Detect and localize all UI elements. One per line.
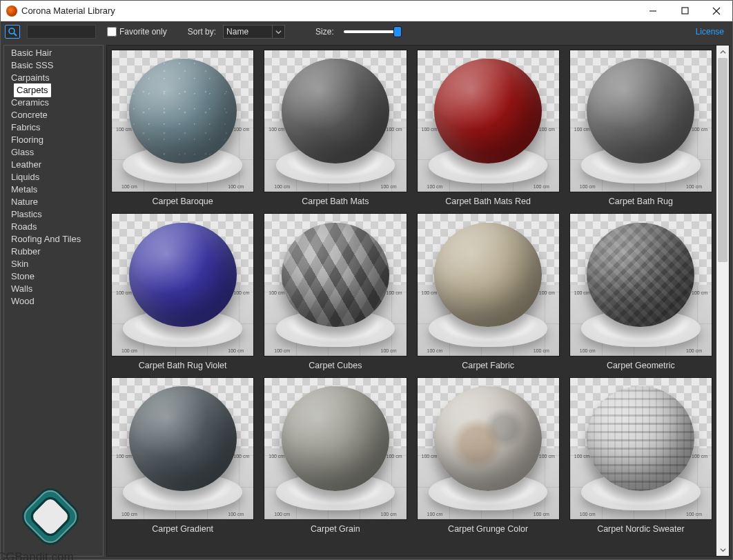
ruler-text: 100 cm: [228, 184, 244, 189]
material-thumbnail[interactable]: 100 cm100 cm100 cm100 cm: [264, 213, 407, 356]
ruler-text: 100 cm: [387, 454, 402, 459]
category-item[interactable]: Carpets: [14, 83, 51, 97]
ruler-text: 100 cm: [534, 348, 549, 353]
sort-by-label: Sort by:: [188, 27, 216, 37]
toolbar: Favorite only Sort by: Name Size: Licens…: [1, 21, 732, 42]
category-item[interactable]: Basic SSS: [4, 59, 60, 72]
svg-point-4: [9, 28, 14, 34]
material-card[interactable]: 100 cm100 cm100 cm100 cmCarpet Bath Mats: [264, 50, 407, 206]
material-grid-panel: 100 cm100 cm100 cm100 cmCarpet Baroque10…: [106, 45, 730, 557]
material-thumbnail[interactable]: 100 cm100 cm100 cm100 cm: [569, 50, 712, 192]
ruler-text: 100 cm: [121, 512, 137, 517]
category-item[interactable]: Flooring: [4, 133, 50, 147]
material-card[interactable]: 100 cm100 cm100 cm100 cmCarpet Grain: [264, 377, 407, 534]
category-item[interactable]: Carpaints: [4, 71, 57, 85]
material-thumbnail[interactable]: 100 cm100 cm100 cm100 cm: [111, 213, 254, 356]
material-name: Carpet Grain: [311, 524, 360, 534]
material-name: Carpet Bath Rug Violet: [139, 361, 227, 370]
category-item[interactable]: Concrete: [4, 108, 55, 122]
category-item[interactable]: Ceramics: [4, 96, 56, 110]
category-item[interactable]: Stone: [4, 270, 41, 283]
sort-by-value: Name: [224, 27, 272, 37]
close-button[interactable]: [701, 1, 732, 21]
search-button[interactable]: [5, 25, 20, 39]
material-card[interactable]: 100 cm100 cm100 cm100 cmCarpet Baroque: [111, 50, 254, 206]
chevron-down-icon: [272, 26, 284, 38]
maximize-button[interactable]: [669, 1, 701, 21]
category-item[interactable]: Roads: [4, 220, 44, 234]
size-slider[interactable]: [344, 27, 399, 37]
ruler-text: 100 cm: [116, 127, 132, 132]
ruler-text: 100 cm: [274, 348, 290, 353]
material-card[interactable]: 100 cm100 cm100 cm100 cmCarpet Cubes: [264, 213, 407, 370]
sort-by-select[interactable]: Name: [223, 25, 285, 39]
ruler-text: 100 cm: [534, 184, 549, 189]
ruler-text: 100 cm: [574, 127, 590, 132]
slider-thumb[interactable]: [393, 26, 402, 37]
ruler-text: 100 cm: [121, 184, 137, 189]
material-name: Carpet Bath Mats Red: [445, 197, 531, 206]
category-item[interactable]: Nature: [4, 195, 45, 209]
ruler-text: 100 cm: [228, 348, 244, 353]
license-link[interactable]: License: [696, 27, 728, 37]
minimize-button[interactable]: [637, 1, 669, 21]
ruler-text: 100 cm: [539, 127, 555, 132]
category-item[interactable]: Skin: [4, 257, 35, 271]
ruler-text: 100 cm: [427, 184, 443, 189]
category-item[interactable]: Wood: [4, 294, 41, 308]
category-item[interactable]: Walls: [4, 282, 39, 296]
material-thumbnail[interactable]: 100 cm100 cm100 cm100 cm: [569, 377, 712, 520]
ruler-text: 100 cm: [580, 184, 596, 189]
material-thumbnail[interactable]: 100 cm100 cm100 cm100 cm: [417, 213, 560, 356]
ruler-text: 100 cm: [274, 512, 290, 517]
vertical-scrollbar[interactable]: [716, 46, 729, 556]
material-thumbnail[interactable]: 100 cm100 cm100 cm100 cm: [264, 377, 407, 520]
category-item[interactable]: Metals: [4, 183, 44, 197]
ruler-text: 100 cm: [692, 127, 707, 132]
material-thumbnail[interactable]: 100 cm100 cm100 cm100 cm: [417, 50, 560, 192]
ruler-text: 100 cm: [686, 348, 702, 353]
material-thumbnail[interactable]: 100 cm100 cm100 cm100 cm: [569, 213, 712, 356]
material-name: Carpet Grunge Color: [448, 524, 528, 534]
material-thumbnail[interactable]: 100 cm100 cm100 cm100 cm: [417, 377, 560, 520]
ruler-text: 100 cm: [427, 512, 443, 517]
size-label: Size:: [315, 27, 334, 37]
material-card[interactable]: 100 cm100 cm100 cm100 cmCarpet Bath Rug: [569, 50, 712, 206]
ruler-text: 100 cm: [580, 512, 596, 517]
material-name: Carpet Nordic Sweater: [597, 524, 684, 534]
ruler-text: 100 cm: [116, 454, 132, 459]
ruler-text: 100 cm: [686, 512, 702, 517]
category-item[interactable]: Plastics: [4, 208, 49, 221]
category-item[interactable]: Leather: [4, 158, 48, 172]
search-icon: [8, 27, 17, 37]
favorite-only-checkbox[interactable]: Favorite only: [107, 27, 167, 37]
material-thumbnail[interactable]: 100 cm100 cm100 cm100 cm: [264, 50, 407, 192]
material-card[interactable]: 100 cm100 cm100 cm100 cmCarpet Fabric: [417, 213, 560, 370]
material-card[interactable]: 100 cm100 cm100 cm100 cmCarpet Bath Mats…: [417, 50, 560, 206]
ruler-text: 100 cm: [422, 454, 438, 459]
material-card[interactable]: 100 cm100 cm100 cm100 cmCarpet Nordic Sw…: [569, 377, 712, 534]
category-item[interactable]: Liquids: [4, 170, 46, 184]
material-card[interactable]: 100 cm100 cm100 cm100 cmCarpet Geometric: [569, 213, 712, 370]
scroll-up-button[interactable]: [716, 46, 729, 58]
material-thumbnail[interactable]: 100 cm100 cm100 cm100 cm: [111, 50, 254, 192]
category-item[interactable]: Glass: [4, 146, 41, 159]
category-item[interactable]: Roofing And Tiles: [4, 232, 88, 246]
ruler-text: 100 cm: [121, 348, 137, 353]
search-input[interactable]: [27, 25, 96, 39]
material-card[interactable]: 100 cm100 cm100 cm100 cmCarpet Grunge Co…: [417, 377, 560, 534]
app-window: Corona Material Library Favorite only: [0, 0, 733, 560]
material-card[interactable]: 100 cm100 cm100 cm100 cmCarpet Bath Rug …: [111, 213, 254, 370]
material-name: Carpet Bath Rug: [609, 197, 673, 206]
category-item[interactable]: Fabrics: [4, 121, 48, 134]
material-thumbnail[interactable]: 100 cm100 cm100 cm100 cm: [111, 377, 254, 520]
ruler-text: 100 cm: [427, 348, 443, 353]
ruler-text: 100 cm: [274, 184, 290, 189]
scrollbar-thumb[interactable]: [718, 58, 727, 262]
scroll-down-button[interactable]: [716, 543, 729, 556]
category-item[interactable]: Rubber: [4, 245, 48, 259]
material-card[interactable]: 100 cm100 cm100 cm100 cmCarpet Gradient: [111, 377, 254, 534]
ruler-text: 100 cm: [233, 454, 249, 459]
svg-line-5: [14, 33, 17, 36]
material-name: Carpet Gradient: [152, 524, 213, 534]
